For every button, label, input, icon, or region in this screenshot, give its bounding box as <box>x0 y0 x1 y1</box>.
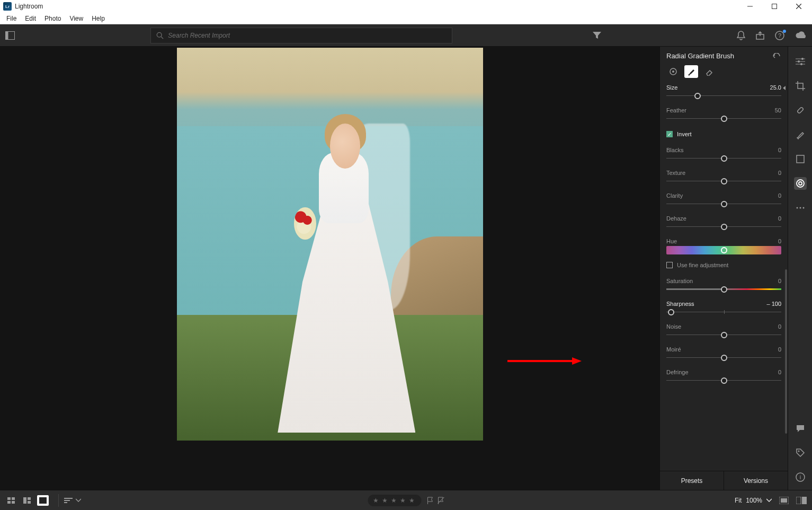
zoom-value: 100% <box>746 497 762 504</box>
search-icon <box>156 32 164 39</box>
size-label: Size <box>666 84 677 91</box>
noise-label: Noise <box>666 323 681 330</box>
slider-list: Size25.0 Feather50 ✓ Invert Blacks0 Text… <box>660 83 788 471</box>
svg-rect-34 <box>28 497 31 500</box>
star-icon[interactable]: ★ <box>400 497 407 504</box>
tag-icon[interactable] <box>794 446 807 459</box>
window-close-button[interactable] <box>787 0 811 13</box>
invert-label: Invert <box>677 131 692 137</box>
slider-noise[interactable]: Noise0 <box>666 323 781 339</box>
defringe-value: 0 <box>778 369 781 375</box>
svg-point-25 <box>802 207 804 209</box>
slider-defringe[interactable]: Defringe0 <box>666 369 781 384</box>
search-field[interactable]: Search Recent Import <box>150 28 452 43</box>
clarity-label: Clarity <box>666 192 683 199</box>
menu-help[interactable]: Help <box>87 14 109 23</box>
chevron-down-icon[interactable] <box>766 498 772 503</box>
presets-button[interactable]: Presets <box>660 471 724 490</box>
window-title: Lightroom <box>15 3 43 10</box>
edit-sliders-icon[interactable] <box>794 55 807 68</box>
more-icon[interactable] <box>794 201 807 214</box>
svg-line-42 <box>438 497 444 504</box>
flag-reject-icon[interactable] <box>437 497 444 504</box>
zoom-control[interactable]: Fit 100% <box>735 497 772 504</box>
radial-gradient-icon[interactable] <box>794 177 807 190</box>
menu-file[interactable]: File <box>2 14 21 23</box>
panel-toggle-icon[interactable] <box>5 31 15 40</box>
sort-icon[interactable] <box>64 497 73 504</box>
main-area: Radial Gradient Brush Size25.0 Feather <box>0 47 812 490</box>
star-icon[interactable]: ★ <box>373 497 380 504</box>
slider-hue[interactable]: Hue0 <box>666 238 781 253</box>
chevron-down-icon[interactable] <box>76 498 81 503</box>
help-icon[interactable]: ? <box>775 31 784 40</box>
slider-sharpness[interactable]: Sharpness– 100 <box>666 301 781 316</box>
slider-saturation[interactable]: Saturation0 <box>666 278 781 293</box>
single-view-icon[interactable] <box>37 495 49 506</box>
menu-view[interactable]: View <box>65 14 87 23</box>
filmstrip-icon[interactable] <box>779 497 789 504</box>
slider-texture[interactable]: Texture0 <box>666 170 781 185</box>
slider-size[interactable]: Size25.0 <box>666 84 781 100</box>
info-icon[interactable]: i <box>794 471 807 483</box>
texture-label: Texture <box>666 170 685 176</box>
svg-text:?: ? <box>778 32 781 39</box>
svg-rect-35 <box>28 501 31 504</box>
feather-value: 50 <box>775 107 781 113</box>
star-icon[interactable]: ★ <box>409 497 416 504</box>
scrollbar[interactable] <box>785 269 787 434</box>
crop-icon[interactable] <box>794 80 807 92</box>
window-maximize-button[interactable] <box>762 0 787 13</box>
saturation-label: Saturation <box>666 278 693 284</box>
image-canvas[interactable] <box>0 47 659 490</box>
heal-icon[interactable] <box>794 104 807 117</box>
svg-rect-30 <box>12 497 15 500</box>
dehaze-label: Dehaze <box>666 215 686 222</box>
brush-tab-erase[interactable] <box>702 65 716 78</box>
svg-rect-29 <box>7 497 11 500</box>
clarity-value: 0 <box>778 192 781 199</box>
slider-clarity[interactable]: Clarity0 <box>666 192 781 208</box>
cloud-icon[interactable] <box>795 31 807 40</box>
menu-edit[interactable]: Edit <box>21 14 40 23</box>
versions-button[interactable]: Versions <box>724 471 788 490</box>
menu-photo[interactable]: Photo <box>40 14 65 23</box>
flag-pick-icon[interactable] <box>426 497 434 504</box>
reset-icon[interactable] <box>772 53 781 59</box>
checkbox-icon <box>666 262 673 268</box>
collapse-icon[interactable] <box>783 86 786 90</box>
sharpness-value: – 100 <box>766 301 781 307</box>
bottom-bar: ★ ★ ★ ★ ★ Fit 100% <box>0 490 812 510</box>
filter-icon[interactable] <box>593 32 601 39</box>
notification-dot-icon <box>783 30 786 33</box>
star-icon[interactable]: ★ <box>382 497 389 504</box>
fine-adjustment-label: Use fine adjustment <box>677 262 728 268</box>
linear-gradient-icon[interactable] <box>794 153 807 165</box>
share-icon[interactable] <box>756 31 764 40</box>
brush-tab-brush[interactable] <box>684 65 698 78</box>
annotation-arrow-icon <box>507 357 582 365</box>
comments-icon[interactable] <box>794 422 807 435</box>
slider-blacks[interactable]: Blacks0 <box>666 147 781 162</box>
top-toolbar: Search Recent Import ? <box>0 24 812 47</box>
star-rating[interactable]: ★ ★ ★ ★ ★ <box>368 495 421 506</box>
slider-feather[interactable]: Feather50 <box>666 107 781 122</box>
sharpness-label: Sharpness <box>666 301 694 307</box>
grid-view-icon[interactable] <box>5 495 17 506</box>
svg-text:i: i <box>799 474 800 480</box>
zoom-fit[interactable]: Fit <box>735 497 742 504</box>
window-minimize-button[interactable] <box>738 0 762 13</box>
brush-icon[interactable] <box>794 128 807 141</box>
before-after-icon[interactable] <box>796 497 807 504</box>
hue-label: Hue <box>666 238 677 244</box>
fine-adjustment-checkbox[interactable]: Use fine adjustment <box>666 261 781 270</box>
compare-view-icon[interactable] <box>21 495 33 506</box>
invert-checkbox[interactable]: ✓ Invert <box>666 130 781 139</box>
notifications-icon[interactable] <box>737 31 745 40</box>
noise-value: 0 <box>778 323 781 330</box>
slider-moire[interactable]: Moiré0 <box>666 346 781 362</box>
star-icon[interactable]: ★ <box>391 497 398 504</box>
slider-dehaze[interactable]: Dehaze0 <box>666 215 781 231</box>
brush-tab-new[interactable] <box>666 65 680 78</box>
blacks-value: 0 <box>778 147 781 153</box>
